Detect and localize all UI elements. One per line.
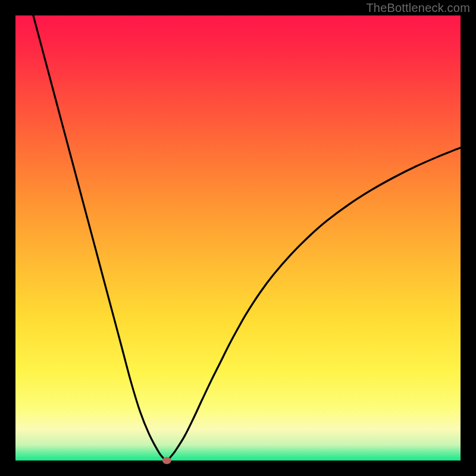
optimum-marker: [162, 457, 171, 464]
plot-background: [15, 15, 461, 461]
chart-frame: { "watermark": "TheBottleneck.com", "col…: [0, 0, 476, 476]
watermark-text: TheBottleneck.com: [366, 1, 470, 15]
bottleneck-chart: [0, 0, 476, 476]
